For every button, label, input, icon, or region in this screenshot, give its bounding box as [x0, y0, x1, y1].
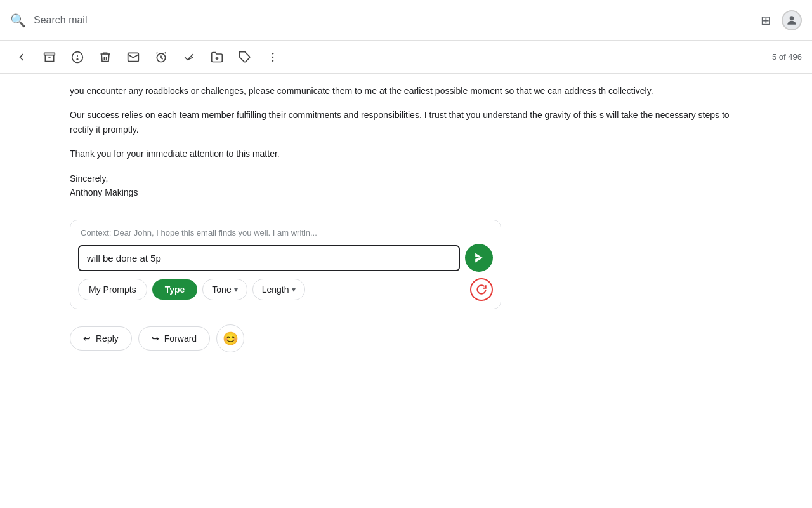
length-button[interactable]: Length ▾: [252, 279, 305, 300]
back-button[interactable]: [10, 46, 33, 69]
move-button[interactable]: [206, 46, 228, 69]
svg-line-8: [157, 52, 158, 53]
toolbar: 5 of 496: [0, 41, 812, 74]
svg-point-5: [77, 58, 78, 60]
email-paragraph-3: Thank you for your immediate attention t…: [70, 147, 742, 161]
reply-bar: ↩ Reply ↪ Forward 😊: [0, 319, 812, 358]
ai-compose-widget: Context: Dear John, I hope this email fi…: [70, 220, 501, 309]
reply-button[interactable]: ↩ Reply: [70, 326, 132, 351]
tone-chevron: ▾: [234, 285, 238, 294]
email-body: you encounter any roadblocks or challeng…: [0, 74, 812, 210]
svg-point-13: [272, 52, 274, 54]
reply-icon: ↩: [83, 333, 91, 344]
search-icon: 🔍: [10, 13, 26, 28]
done-button[interactable]: [178, 46, 200, 69]
svg-point-14: [272, 56, 274, 58]
svg-marker-16: [475, 253, 483, 263]
compose-input-row: [78, 244, 493, 272]
emoji-icon: 😊: [223, 331, 239, 346]
filter-icon[interactable]: ⊞: [761, 13, 771, 28]
reply-label: Reply: [96, 333, 119, 344]
email-paragraph-2: Our success relies on each team member f…: [70, 108, 742, 137]
length-chevron: ▾: [292, 285, 296, 294]
forward-label: Forward: [164, 333, 197, 344]
search-area: 🔍 Search mail: [10, 13, 761, 28]
signature-line1: Sincerely,: [70, 171, 742, 185]
signature-line2: Anthony Makings: [70, 185, 742, 199]
header: 🔍 Search mail ⊞: [0, 0, 812, 41]
my-prompts-button[interactable]: My Prompts: [78, 279, 147, 300]
email-signature: Sincerely, Anthony Makings: [70, 171, 742, 200]
compose-text-input[interactable]: [78, 245, 460, 271]
svg-line-9: [165, 52, 166, 53]
email-count: 5 of 496: [772, 52, 802, 62]
forward-icon: ↪: [152, 333, 159, 344]
forward-button[interactable]: ↪ Forward: [138, 326, 210, 351]
compose-toolbar: My Prompts Type Tone ▾ Length ▾: [78, 278, 493, 301]
email-paragraph-1: you encounter any roadblocks or challeng…: [70, 84, 742, 98]
account-avatar[interactable]: [782, 10, 802, 30]
more-button[interactable]: [261, 46, 284, 69]
snooze-button[interactable]: [150, 46, 173, 69]
mark-unread-button[interactable]: [122, 46, 145, 69]
context-line: Context: Dear John, I hope this email fi…: [78, 228, 493, 237]
header-right: ⊞: [761, 10, 802, 30]
search-label: Search mail: [34, 15, 87, 26]
report-button[interactable]: [66, 46, 89, 69]
archive-button[interactable]: [38, 46, 61, 69]
refresh-button[interactable]: [470, 278, 493, 301]
send-button[interactable]: [465, 244, 493, 272]
emoji-button[interactable]: 😊: [216, 324, 244, 352]
svg-rect-1: [44, 53, 55, 55]
svg-point-0: [790, 16, 794, 20]
delete-button[interactable]: [94, 46, 117, 69]
label-button[interactable]: [233, 46, 256, 69]
svg-point-15: [272, 60, 274, 62]
type-button[interactable]: Type: [152, 279, 198, 300]
tone-button[interactable]: Tone ▾: [202, 279, 247, 300]
